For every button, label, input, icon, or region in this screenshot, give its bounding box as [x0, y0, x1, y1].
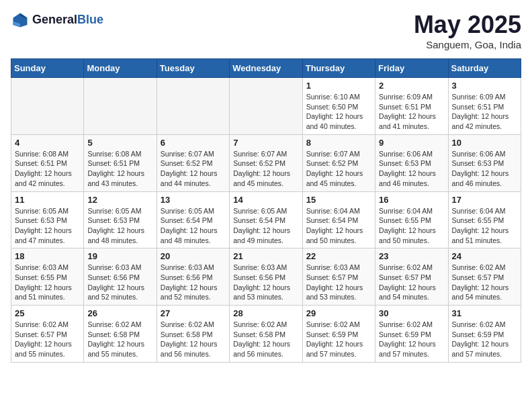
title-block: May 2025 Sanguem, Goa, India: [414, 11, 521, 50]
day-number: 7: [233, 138, 298, 148]
day-info: Sunrise: 6:02 AM Sunset: 6:58 PM Dayligh…: [161, 320, 226, 359]
day-info: Sunrise: 6:10 AM Sunset: 6:50 PM Dayligh…: [306, 92, 371, 132]
logo-text: GeneralBlue: [32, 13, 103, 27]
day-number: 27: [161, 308, 226, 318]
calendar-cell: 28Sunrise: 6:02 AM Sunset: 6:58 PM Dayli…: [230, 306, 302, 363]
calendar-cell: 31Sunrise: 6:02 AM Sunset: 6:59 PM Dayli…: [448, 306, 521, 363]
day-number: 21: [233, 251, 298, 261]
day-number: 25: [15, 308, 80, 318]
day-number: 12: [87, 195, 152, 205]
calendar-cell: 29Sunrise: 6:02 AM Sunset: 6:59 PM Dayli…: [302, 306, 375, 363]
day-number: 14: [233, 195, 298, 205]
day-info: Sunrise: 6:07 AM Sunset: 6:52 PM Dayligh…: [306, 149, 371, 189]
day-number: 8: [306, 138, 371, 148]
day-header-wednesday: Wednesday: [230, 59, 302, 78]
calendar-cell: 20Sunrise: 6:03 AM Sunset: 6:56 PM Dayli…: [157, 248, 229, 306]
calendar-cell: 21Sunrise: 6:03 AM Sunset: 6:56 PM Dayli…: [230, 248, 302, 306]
day-info: Sunrise: 6:04 AM Sunset: 6:55 PM Dayligh…: [452, 206, 517, 246]
day-info: Sunrise: 6:09 AM Sunset: 6:51 PM Dayligh…: [452, 92, 517, 132]
day-info: Sunrise: 6:02 AM Sunset: 6:59 PM Dayligh…: [379, 320, 444, 359]
day-info: Sunrise: 6:03 AM Sunset: 6:56 PM Dayligh…: [233, 263, 298, 302]
day-number: 30: [379, 308, 444, 318]
calendar-cell: 24Sunrise: 6:02 AM Sunset: 6:57 PM Dayli…: [448, 248, 521, 306]
calendar-cell: 12Sunrise: 6:05 AM Sunset: 6:53 PM Dayli…: [84, 191, 157, 248]
calendar-cell: 14Sunrise: 6:05 AM Sunset: 6:54 PM Dayli…: [230, 191, 302, 248]
calendar-cell: 25Sunrise: 6:02 AM Sunset: 6:57 PM Dayli…: [11, 306, 84, 363]
day-number: 16: [379, 195, 444, 205]
day-info: Sunrise: 6:02 AM Sunset: 6:59 PM Dayligh…: [452, 320, 517, 359]
day-header-friday: Friday: [375, 59, 448, 78]
location: Sanguem, Goa, India: [414, 39, 521, 50]
day-info: Sunrise: 6:09 AM Sunset: 6:51 PM Dayligh…: [379, 92, 444, 132]
calendar-cell: [11, 78, 84, 135]
day-info: Sunrise: 6:03 AM Sunset: 6:56 PM Dayligh…: [161, 263, 226, 302]
day-number: 15: [306, 195, 371, 205]
calendar-week-row: 4Sunrise: 6:08 AM Sunset: 6:51 PM Daylig…: [11, 134, 521, 191]
calendar-cell: 6Sunrise: 6:07 AM Sunset: 6:52 PM Daylig…: [157, 134, 229, 191]
calendar-cell: 15Sunrise: 6:04 AM Sunset: 6:54 PM Dayli…: [302, 191, 375, 248]
calendar-cell: 27Sunrise: 6:02 AM Sunset: 6:58 PM Dayli…: [157, 306, 229, 363]
calendar-cell: 5Sunrise: 6:08 AM Sunset: 6:51 PM Daylig…: [84, 134, 157, 191]
day-number: 24: [452, 251, 517, 261]
day-number: 13: [161, 195, 226, 205]
page-header: GeneralBlue May 2025 Sanguem, Goa, India: [11, 11, 521, 50]
calendar-cell: 16Sunrise: 6:04 AM Sunset: 6:55 PM Dayli…: [375, 191, 448, 248]
calendar-cell: 19Sunrise: 6:03 AM Sunset: 6:56 PM Dayli…: [84, 248, 157, 306]
calendar-header-row: SundayMondayTuesdayWednesdayThursdayFrid…: [11, 59, 521, 78]
calendar-cell: 2Sunrise: 6:09 AM Sunset: 6:51 PM Daylig…: [375, 78, 448, 135]
calendar-cell: 7Sunrise: 6:07 AM Sunset: 6:52 PM Daylig…: [230, 134, 302, 191]
day-number: 17: [452, 195, 517, 205]
day-number: 4: [15, 138, 80, 148]
day-info: Sunrise: 6:02 AM Sunset: 6:58 PM Dayligh…: [87, 320, 152, 359]
month-title: May 2025: [414, 11, 521, 39]
calendar-cell: [157, 78, 229, 135]
day-info: Sunrise: 6:03 AM Sunset: 6:56 PM Dayligh…: [87, 263, 152, 302]
day-info: Sunrise: 6:03 AM Sunset: 6:55 PM Dayligh…: [15, 263, 80, 302]
day-number: 5: [87, 138, 152, 148]
day-number: 23: [379, 251, 444, 261]
calendar-cell: 4Sunrise: 6:08 AM Sunset: 6:51 PM Daylig…: [11, 134, 84, 191]
day-info: Sunrise: 6:06 AM Sunset: 6:53 PM Dayligh…: [379, 149, 444, 189]
calendar-week-row: 11Sunrise: 6:05 AM Sunset: 6:53 PM Dayli…: [11, 191, 521, 248]
calendar-cell: [84, 78, 157, 135]
day-header-sunday: Sunday: [11, 59, 84, 78]
day-info: Sunrise: 6:05 AM Sunset: 6:54 PM Dayligh…: [161, 206, 226, 246]
day-number: 18: [15, 251, 80, 261]
day-number: 31: [452, 308, 517, 318]
day-info: Sunrise: 6:03 AM Sunset: 6:57 PM Dayligh…: [306, 263, 371, 302]
day-number: 6: [161, 138, 226, 148]
calendar-cell: 11Sunrise: 6:05 AM Sunset: 6:53 PM Dayli…: [11, 191, 84, 248]
calendar-week-row: 25Sunrise: 6:02 AM Sunset: 6:57 PM Dayli…: [11, 306, 521, 363]
calendar-week-row: 18Sunrise: 6:03 AM Sunset: 6:55 PM Dayli…: [11, 248, 521, 306]
day-number: 1: [306, 81, 371, 91]
day-number: 2: [379, 81, 444, 91]
calendar-cell: 8Sunrise: 6:07 AM Sunset: 6:52 PM Daylig…: [302, 134, 375, 191]
day-header-monday: Monday: [84, 59, 157, 78]
calendar-cell: 1Sunrise: 6:10 AM Sunset: 6:50 PM Daylig…: [302, 78, 375, 135]
calendar-week-row: 1Sunrise: 6:10 AM Sunset: 6:50 PM Daylig…: [11, 78, 521, 135]
day-number: 26: [87, 308, 152, 318]
day-number: 19: [87, 251, 152, 261]
calendar-cell: 18Sunrise: 6:03 AM Sunset: 6:55 PM Dayli…: [11, 248, 84, 306]
day-info: Sunrise: 6:02 AM Sunset: 6:58 PM Dayligh…: [233, 320, 298, 359]
day-header-saturday: Saturday: [448, 59, 521, 78]
day-number: 28: [233, 308, 298, 318]
day-info: Sunrise: 6:06 AM Sunset: 6:53 PM Dayligh…: [452, 149, 517, 189]
calendar-cell: [230, 78, 302, 135]
day-info: Sunrise: 6:07 AM Sunset: 6:52 PM Dayligh…: [233, 149, 298, 189]
day-number: 3: [452, 81, 517, 91]
logo-icon: [11, 11, 30, 30]
calendar-cell: 13Sunrise: 6:05 AM Sunset: 6:54 PM Dayli…: [157, 191, 229, 248]
day-info: Sunrise: 6:05 AM Sunset: 6:53 PM Dayligh…: [87, 206, 152, 246]
calendar-cell: 30Sunrise: 6:02 AM Sunset: 6:59 PM Dayli…: [375, 306, 448, 363]
day-info: Sunrise: 6:02 AM Sunset: 6:57 PM Dayligh…: [379, 263, 444, 302]
day-info: Sunrise: 6:02 AM Sunset: 6:59 PM Dayligh…: [306, 320, 371, 359]
day-info: Sunrise: 6:08 AM Sunset: 6:51 PM Dayligh…: [15, 149, 80, 189]
calendar-cell: 9Sunrise: 6:06 AM Sunset: 6:53 PM Daylig…: [375, 134, 448, 191]
day-number: 20: [161, 251, 226, 261]
day-info: Sunrise: 6:04 AM Sunset: 6:55 PM Dayligh…: [379, 206, 444, 246]
day-info: Sunrise: 6:04 AM Sunset: 6:54 PM Dayligh…: [306, 206, 371, 246]
day-number: 10: [452, 138, 517, 148]
day-info: Sunrise: 6:02 AM Sunset: 6:57 PM Dayligh…: [452, 263, 517, 302]
day-number: 22: [306, 251, 371, 261]
